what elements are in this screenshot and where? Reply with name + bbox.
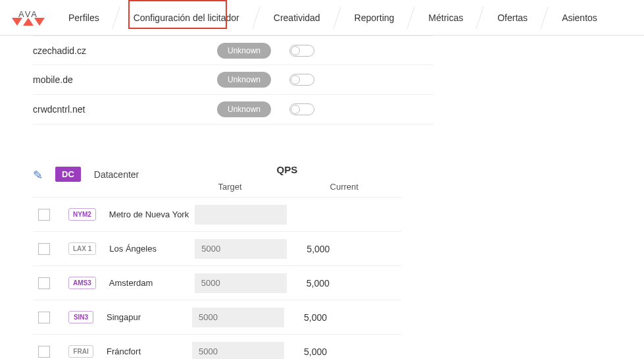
- dc-location: Fráncfort: [107, 346, 192, 356]
- current-value: 5,000: [307, 244, 346, 254]
- target-input[interactable]: [192, 308, 284, 327]
- qps-row: NYM2Metro de Nueva York: [33, 198, 401, 232]
- toggle-switch[interactable]: [289, 45, 314, 57]
- qps-header: ✎ DC Datacenter QPS Target Current: [33, 164, 401, 198]
- dc-code-badge: AMS3: [68, 277, 96, 289]
- toggle-switch[interactable]: [289, 103, 314, 115]
- dc-code-badge: LAX 1: [68, 242, 96, 255]
- current-value: 5,000: [304, 312, 343, 323]
- status-badge: Unknown: [217, 43, 271, 59]
- domain-name: mobile.de: [33, 74, 217, 85]
- target-input[interactable]: [195, 273, 287, 293]
- edit-icon[interactable]: ✎: [33, 164, 55, 182]
- logo-icon: [12, 18, 45, 26]
- domain-row: crwdcntrl.net Unknown: [33, 95, 433, 124]
- domain-row: czechadid.cz Unknown: [33, 36, 433, 65]
- nav-reporting[interactable]: Reporting: [337, 0, 412, 36]
- qps-row: LAX 1Los Ángeles5,000: [33, 232, 401, 266]
- target-input[interactable]: [195, 205, 287, 225]
- dc-location: Metro de Nueva York: [109, 209, 195, 219]
- logo[interactable]: AVA: [12, 9, 45, 26]
- current-value: 5,000: [304, 346, 343, 357]
- nav-ofertas[interactable]: Ofertas: [480, 0, 545, 36]
- row-checkbox[interactable]: [38, 346, 50, 358]
- nav-perfiles[interactable]: Perfiles: [51, 0, 116, 36]
- dc-location: Los Ángeles: [109, 244, 195, 254]
- domain-row: mobile.de Unknown: [33, 65, 433, 95]
- dc-code-badge: FRAI: [68, 345, 93, 358]
- toggle-switch[interactable]: [289, 74, 314, 86]
- nav-creatividad[interactable]: Creatividad: [257, 0, 337, 36]
- top-nav: AVA Perfiles Configuración del licitador…: [0, 0, 644, 36]
- row-checkbox[interactable]: [38, 277, 50, 289]
- nav-configuracion[interactable]: Configuración del licitador: [116, 0, 257, 36]
- row-checkbox[interactable]: [38, 243, 50, 255]
- dc-location: Amsterdam: [109, 278, 195, 288]
- dc-badge: DC: [55, 167, 81, 182]
- nav-metricas[interactable]: Métricas: [411, 0, 480, 36]
- nav-asientos[interactable]: Asientos: [545, 0, 614, 36]
- qps-row: FRAIFráncfort5,000: [33, 335, 401, 359]
- current-column-header: Current: [287, 182, 401, 192]
- target-input[interactable]: [192, 342, 284, 360]
- status-badge: Unknown: [217, 72, 271, 88]
- current-value: 5,000: [307, 278, 346, 289]
- row-checkbox[interactable]: [38, 312, 50, 323]
- domain-name: czechadid.cz: [33, 45, 217, 56]
- domain-list: czechadid.cz Unknown mobile.de Unknown c…: [33, 36, 433, 124]
- datacenter-column-header: Datacenter: [94, 164, 173, 180]
- domain-name: crwdcntrl.net: [33, 104, 217, 115]
- target-column-header: Target: [173, 182, 287, 192]
- dc-code-badge: SIN3: [68, 311, 93, 323]
- qps-section: ✎ DC Datacenter QPS Target Current NYM2M…: [33, 164, 401, 359]
- dc-code-badge: NYM2: [68, 208, 96, 221]
- target-input[interactable]: [195, 239, 287, 259]
- nav-items: Perfiles Configuración del licitador Cre…: [51, 0, 644, 36]
- status-badge: Unknown: [217, 101, 271, 117]
- qps-title: QPS: [173, 164, 401, 175]
- row-checkbox[interactable]: [38, 209, 50, 221]
- dc-location: Singapur: [107, 312, 192, 322]
- qps-row: AMS3Amsterdam5,000: [33, 266, 401, 300]
- qps-row: SIN3Singapur5,000: [33, 300, 401, 335]
